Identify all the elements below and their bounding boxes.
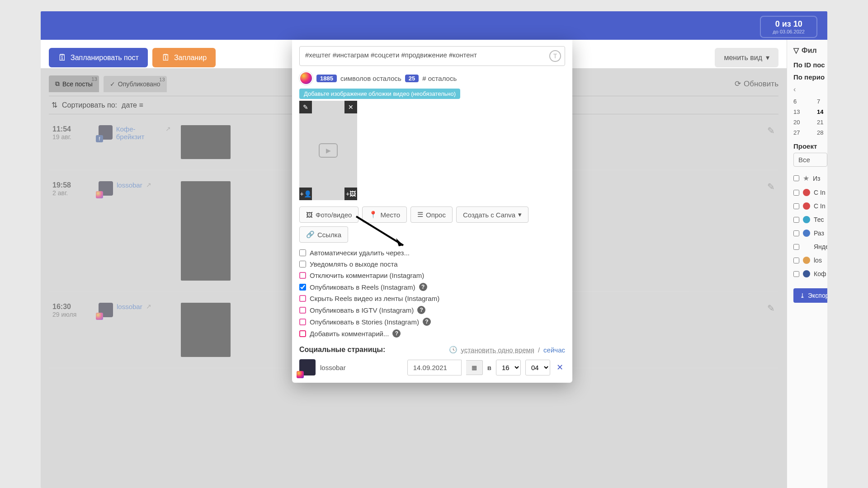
add-image-button[interactable]: +🖼	[344, 188, 357, 200]
list-item[interactable]: С In	[793, 202, 827, 210]
list-item[interactable]: Тес	[793, 216, 827, 223]
option-checkbox[interactable]	[299, 249, 306, 256]
option-row[interactable]: Добавить комментарий...?	[299, 329, 565, 338]
calendar-grid[interactable]: 67131420212728	[793, 98, 827, 136]
char-count-badge: 1885	[316, 75, 337, 82]
instagram-icon	[299, 71, 313, 85]
calendar-day[interactable]: 14	[817, 108, 827, 115]
tab-published[interactable]: ✓ Опубликовано 13	[104, 76, 167, 92]
avatar	[99, 303, 113, 317]
list-item[interactable]: los	[793, 257, 827, 264]
option-checkbox[interactable]	[299, 272, 306, 279]
option-label: Уведомлять о выходе поста	[310, 260, 398, 268]
edit-post-button[interactable]: ✎	[767, 125, 775, 136]
avatar: f	[99, 125, 113, 140]
calendar-day[interactable]: 27	[793, 129, 808, 136]
filter-by-period-label: По перио	[793, 73, 827, 81]
check-icon: ✓	[110, 80, 115, 88]
hour-select[interactable]: 16	[496, 360, 521, 375]
add-place-button[interactable]: 📍Место	[362, 206, 407, 223]
calendar-day[interactable]: 28	[817, 129, 827, 136]
option-row[interactable]: Скрыть Reels видео из ленты (Instagram)	[299, 295, 565, 302]
filter-checkbox[interactable]	[793, 271, 799, 277]
sort-value[interactable]: дате ≡	[122, 101, 143, 109]
calendar-prev-button[interactable]: ‹	[793, 85, 827, 94]
filter-checkbox[interactable]	[793, 217, 799, 223]
calendar-day[interactable]: 13	[793, 108, 808, 115]
now-link[interactable]: сейчас	[543, 346, 565, 354]
option-checkbox[interactable]	[299, 330, 306, 337]
account-link[interactable]: lossobar	[117, 181, 142, 189]
add-poll-button[interactable]: ☰Опрос	[410, 206, 453, 223]
project-select[interactable]: Все	[793, 153, 827, 167]
minute-select[interactable]: 04	[525, 360, 550, 375]
quota-sub: до 03.06.2022	[773, 29, 805, 34]
option-checkbox[interactable]	[299, 295, 306, 302]
account-link[interactable]: lossobar	[117, 303, 142, 310]
color-dot-icon	[803, 216, 810, 223]
list-item[interactable]: Раз	[793, 230, 827, 237]
avatar	[299, 359, 316, 375]
top-bar: 0 из 10 до 03.06.2022	[41, 11, 827, 40]
funnel-icon: ▽	[793, 46, 799, 55]
remove-media-button[interactable]: ✕	[344, 101, 357, 113]
edit-post-button[interactable]: ✎	[767, 303, 775, 314]
schedule-row: lossobar ▦ в 16 04 ✕	[299, 359, 565, 375]
option-checkbox[interactable]	[299, 319, 306, 325]
help-icon[interactable]: ?	[392, 329, 401, 338]
hashtag-input[interactable]: #хештег #инстаграм #соцсети #продвижение…	[299, 46, 565, 66]
list-item[interactable]: Яндек	[793, 243, 827, 250]
edit-media-button[interactable]: ✎	[299, 101, 312, 113]
help-icon[interactable]: ?	[423, 318, 431, 326]
change-view-button[interactable]: менить вид ▾	[715, 48, 778, 67]
filter-checkbox[interactable]	[793, 258, 799, 263]
refresh-button[interactable]: ⟳ Обновить	[735, 79, 778, 89]
calendar-day[interactable]: 21	[817, 119, 827, 126]
filter-checkbox[interactable]	[793, 175, 799, 181]
filter-by-id-label: По ID пос	[793, 61, 827, 69]
account-link[interactable]: Кофе-брейкзит	[116, 125, 162, 141]
list-item[interactable]: С In	[793, 189, 827, 196]
color-dot-icon	[803, 270, 810, 277]
help-icon[interactable]: ?	[417, 306, 425, 314]
avatar	[99, 181, 113, 196]
calendar-day[interactable]: 20	[793, 119, 808, 126]
option-row[interactable]: Опубликовать в Reels (Instagram)?	[299, 283, 565, 291]
play-icon[interactable]: ▶	[319, 143, 338, 158]
option-checkbox[interactable]	[299, 307, 306, 314]
filter-checkbox[interactable]	[793, 190, 799, 196]
option-label: Опубликовать в Reels (Instagram)	[310, 283, 415, 291]
tab-all-posts[interactable]: ⧉ Все посты 13	[49, 75, 99, 92]
sort-icon: ⇅	[52, 101, 57, 109]
list-item[interactable]: Коф	[793, 270, 827, 277]
option-row[interactable]: Опубликовать в Stories (Instagram)?	[299, 318, 565, 326]
option-row[interactable]: Уведомлять о выходе поста	[299, 260, 565, 268]
option-checkbox[interactable]	[299, 284, 306, 291]
schedule-orange-button[interactable]: 🗓 Запланир	[152, 48, 216, 67]
filter-checkbox[interactable]	[793, 244, 799, 250]
calendar-day[interactable]: 6	[793, 98, 808, 105]
filter-checkbox[interactable]	[793, 203, 799, 209]
export-button[interactable]: ⤓ Экспор	[793, 288, 827, 303]
cover-hint-button[interactable]: Добавьте изображение обложки видео (необ…	[299, 89, 460, 99]
schedule-post-button[interactable]: 🗓 Запланировать пост	[49, 48, 148, 67]
add-photo-button[interactable]: 🖼Фото/видео	[299, 206, 359, 223]
option-row[interactable]: Автоматически удалить через...	[299, 249, 565, 257]
calendar-day[interactable]: 7	[817, 98, 827, 105]
option-row[interactable]: Опубликовать в IGTV (Instagram)?	[299, 306, 565, 314]
tag-people-button[interactable]: +👤	[299, 188, 312, 200]
date-input[interactable]	[407, 360, 462, 375]
date-picker-button[interactable]: ▦	[466, 360, 483, 375]
option-row[interactable]: Отключить комментарии (Instagram)	[299, 272, 565, 279]
text-tool-icon[interactable]: T	[549, 50, 561, 62]
help-icon[interactable]: ?	[419, 283, 427, 291]
option-checkbox[interactable]	[299, 261, 306, 267]
set-single-time-link[interactable]: установить одно время	[461, 346, 534, 354]
edit-post-button[interactable]: ✎	[767, 181, 775, 192]
list-item[interactable]: ★Из	[793, 174, 827, 183]
quota-badge: 0 из 10 до 03.06.2022	[760, 16, 817, 38]
remove-schedule-button[interactable]: ✕	[555, 362, 565, 372]
filter-checkbox[interactable]	[793, 230, 799, 236]
add-link-button[interactable]: 🔗Ссылка	[299, 226, 348, 243]
canva-button[interactable]: Создать с Canva ▾	[456, 206, 528, 223]
